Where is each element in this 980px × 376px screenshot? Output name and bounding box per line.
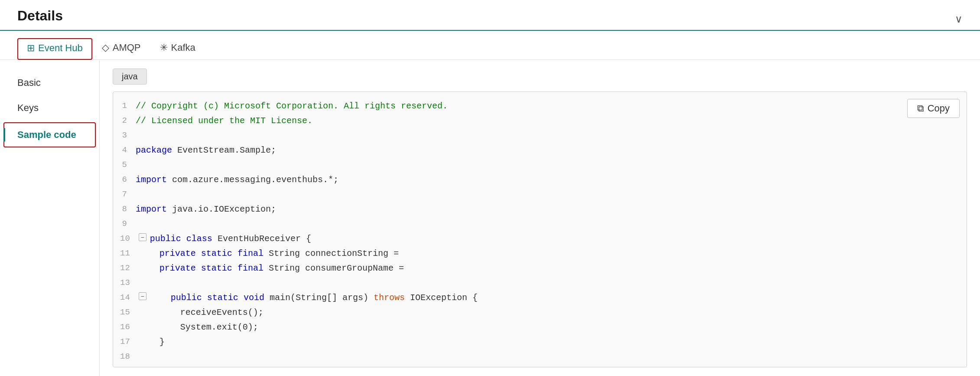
tab-kafka[interactable]: ✳ Kafka [150, 38, 205, 59]
table-row: 3 [113, 128, 967, 143]
sidebar-item-basic[interactable]: Basic [0, 70, 99, 95]
event-hub-icon: ⊞ [27, 43, 35, 54]
sidebar-item-sample-code-label: Sample code [17, 129, 76, 140]
table-row: 14 − public static void main(String[] ar… [113, 291, 967, 305]
sidebar-item-sample-code[interactable]: Sample code [3, 122, 96, 147]
table-row: 10 − public class EventHubReceiver { [113, 232, 967, 246]
table-row: 2 // Licensed under the MIT License. [113, 114, 967, 128]
language-selector[interactable]: java [113, 69, 147, 85]
page-title: Details [17, 8, 63, 30]
table-row: 15 receiveEvents(); [113, 305, 967, 320]
fold-button-14[interactable]: − [139, 292, 147, 300]
code-container: ⧉ Copy 1 // Copyright (c) Microsoft Corp… [113, 92, 967, 367]
sidebar-item-keys-label: Keys [17, 102, 39, 113]
fold-button-10[interactable]: − [139, 233, 147, 241]
table-row: 17 } [113, 335, 967, 350]
copy-icon: ⧉ [917, 103, 924, 114]
amqp-icon: ◇ [102, 42, 109, 53]
table-row: 7 [113, 187, 967, 202]
tab-amqp-label: AMQP [113, 42, 141, 53]
code-area: java ⧉ Copy 1 // Copyright (c) Microsoft… [100, 60, 980, 376]
sidebar: Basic Keys Sample code [0, 60, 100, 376]
copy-button[interactable]: ⧉ Copy [907, 99, 960, 118]
sidebar-item-keys[interactable]: Keys [0, 95, 99, 121]
table-row: 1 // Copyright (c) Microsoft Corporation… [113, 99, 967, 114]
main-content: Basic Keys Sample code java ⧉ Copy [0, 60, 980, 376]
table-row: 6 import com.azure.messaging.eventhubs.*… [113, 173, 967, 187]
tab-event-hub-label: Event Hub [38, 43, 83, 54]
table-row: 13 [113, 276, 967, 291]
table-row: 18 [113, 350, 967, 364]
tabs-row: ⊞ Event Hub ◇ AMQP ✳ Kafka [0, 31, 980, 60]
table-row: 11 private static final String connectio… [113, 246, 967, 261]
tab-amqp[interactable]: ◇ AMQP [92, 38, 150, 59]
copy-label: Copy [928, 103, 950, 114]
sidebar-item-basic-label: Basic [17, 77, 41, 88]
tab-event-hub[interactable]: ⊞ Event Hub [17, 38, 92, 60]
page-header: Details ∨ [0, 0, 980, 31]
table-row: 5 [113, 158, 967, 173]
table-row: 9 [113, 217, 967, 232]
table-row: 16 System.exit(0); [113, 320, 967, 335]
table-row: 12 private static final String consumerG… [113, 261, 967, 276]
code-block: 1 // Copyright (c) Microsoft Corporation… [113, 92, 967, 367]
kafka-icon: ✳ [160, 42, 168, 53]
table-row: 4 package EventStream.Sample; [113, 143, 967, 158]
collapse-icon[interactable]: ∨ [955, 13, 963, 25]
table-row: 8 import java.io.IOException; [113, 202, 967, 217]
tab-kafka-label: Kafka [171, 42, 195, 53]
